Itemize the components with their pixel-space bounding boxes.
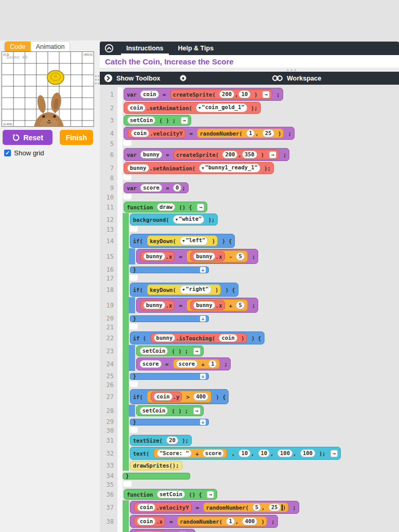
code-block-orange[interactable]: "Score: " + score bbox=[154, 448, 227, 458]
code-block-green[interactable]: function setCoin () { → bbox=[124, 489, 217, 500]
value-pill[interactable]: setCoin bbox=[140, 407, 168, 415]
value-pill[interactable]: setCoin bbox=[127, 116, 155, 124]
value-pill[interactable]: 25 bbox=[262, 129, 274, 137]
value-pill[interactable]: "Score: " bbox=[157, 449, 192, 457]
value-pill[interactable]: score bbox=[203, 449, 224, 457]
value-pill[interactable]: 0 bbox=[173, 184, 181, 192]
code-block-orange[interactable]: randomNumber( 1, 400 ) bbox=[177, 516, 267, 526]
show-toolbox-button[interactable]: Show Toolbox bbox=[104, 74, 160, 83]
code-block-orange[interactable]: bunny.x - 5 bbox=[187, 250, 248, 262]
value-pill[interactable]: score bbox=[140, 184, 162, 192]
code-block-purple[interactable]: coin.y = 10; bbox=[130, 529, 195, 532]
code-block-orange[interactable]: randomNumber( 5, 25) bbox=[203, 502, 288, 512]
code-block-red[interactable]: coin.velocityY bbox=[134, 502, 192, 512]
code-block-cyan[interactable]: textSize( 20 ); bbox=[130, 435, 192, 446]
value-pill[interactable]: 5 bbox=[236, 301, 244, 309]
expand-arrow-button[interactable]: → bbox=[269, 151, 276, 158]
code-block-purple[interactable]: bunny.x = bunny.x + 5 ; bbox=[136, 298, 258, 313]
expand-arrow-button[interactable]: → bbox=[330, 450, 338, 457]
code-block-red[interactable]: coin.setAnimation( ▼"coin_gold_1" ); bbox=[124, 102, 261, 114]
value-pill[interactable]: 1 bbox=[208, 360, 217, 368]
value-pill[interactable]: 10 bbox=[258, 449, 270, 457]
value-pill[interactable]: 5 bbox=[252, 503, 261, 511]
value-pill[interactable]: 400 bbox=[193, 393, 208, 401]
code-block-green[interactable]: setCoin ( ) ; → bbox=[136, 405, 204, 416]
value-pill[interactable]: 1 bbox=[246, 129, 255, 137]
expand-arrow-button[interactable]: → bbox=[193, 348, 201, 355]
value-pill[interactable]: bunny bbox=[143, 252, 165, 260]
block-close-bar[interactable]: }+ bbox=[130, 373, 209, 380]
value-pill[interactable]: setCoin bbox=[140, 347, 168, 355]
code-block-orange[interactable]: bunny.x + 5 bbox=[187, 299, 248, 311]
value-pill[interactable]: 1 bbox=[226, 517, 234, 525]
value-pill[interactable]: 350 bbox=[242, 151, 257, 158]
code-block-green[interactable]: setCoin ( ) ; → bbox=[136, 345, 204, 356]
value-pill[interactable]: 10 bbox=[238, 449, 250, 457]
code-block-purple[interactable]: var score = 0; bbox=[124, 182, 189, 193]
value-pill[interactable]: setCoin bbox=[157, 490, 185, 498]
dropdown-pill[interactable]: ▼"left" bbox=[180, 236, 208, 245]
value-pill[interactable]: 100 bbox=[277, 449, 292, 457]
code-block-orange[interactable]: score + 1 bbox=[173, 359, 220, 369]
code-block-red[interactable]: bunny.x bbox=[140, 300, 175, 310]
workspace-link[interactable]: Workspace bbox=[272, 75, 321, 82]
settings-gear-icon[interactable] bbox=[179, 74, 188, 83]
code-block-blue[interactable]: if( coin.y > 400 ) { bbox=[130, 389, 229, 404]
value-pill[interactable]: coin bbox=[140, 90, 158, 98]
dropdown-pill[interactable]: ▼"right" bbox=[180, 285, 211, 294]
value-pill[interactable]: coin bbox=[127, 104, 145, 112]
expand-arrow-button[interactable]: → bbox=[197, 204, 204, 211]
value-pill[interactable]: bunny bbox=[140, 151, 162, 158]
block-close-bar[interactable]: }+ bbox=[130, 267, 209, 273]
value-pill[interactable]: coin bbox=[219, 334, 237, 342]
value-pill[interactable]: 100 bbox=[300, 449, 315, 457]
value-pill[interactable]: bunny bbox=[127, 164, 149, 172]
code-block-purple[interactable]: coin.velocityY = randomNumber( 1, 25 ) ; bbox=[124, 127, 295, 140]
tab-animation[interactable]: Animation bbox=[31, 42, 70, 52]
value-pill[interactable]: bunny bbox=[193, 252, 215, 260]
tab-code[interactable]: Code bbox=[5, 42, 31, 52]
value-pill[interactable]: coin bbox=[137, 517, 155, 525]
code-block-red[interactable]: coin.velocityY bbox=[128, 128, 185, 138]
value-pill[interactable]: bunny bbox=[193, 301, 215, 309]
block-close-bar[interactable]: }+ bbox=[130, 315, 209, 322]
code-block-blue[interactable]: if( keyDown( ▼"left" ) ) { bbox=[130, 234, 235, 248]
value-pill[interactable]: coin bbox=[154, 393, 172, 401]
code-block-lyellow[interactable]: drawSprites(); bbox=[130, 461, 182, 470]
code-block-red[interactable]: createSprite( 200,350 ) → bbox=[174, 150, 279, 159]
resize-grip[interactable] bbox=[100, 68, 399, 72]
code-block-blue[interactable]: if( keyDown( ▼"right" ) ) { bbox=[130, 283, 238, 297]
code-block-cyan[interactable]: text( "Score: " + score , 10, 10, 100, 1… bbox=[130, 447, 341, 460]
collapse-instructions-icon[interactable] bbox=[104, 44, 114, 53]
value-pill[interactable]: 10 bbox=[238, 90, 250, 98]
code-block-cyan[interactable]: background( ▼"white" ); bbox=[130, 214, 218, 225]
show-grid-checkbox[interactable]: ✓ bbox=[4, 150, 11, 156]
value-pill[interactable]: bunny bbox=[154, 334, 176, 342]
code-block-yellow[interactable]: keyDown( ▼"right" ) bbox=[147, 284, 221, 295]
value-pill[interactable]: 5 bbox=[236, 252, 244, 260]
code-block-purple[interactable]: coin.velocityY = randomNumber( 5, 25) ; bbox=[130, 501, 299, 514]
dropdown-pill[interactable]: ▼"coin_gold_1" bbox=[196, 103, 247, 112]
value-pill[interactable]: bunny bbox=[143, 301, 165, 309]
value-pill[interactable]: draw bbox=[157, 203, 175, 211]
code-block-red[interactable]: bunny.setAnimation( ▼"bunny1_ready_1" ); bbox=[124, 162, 274, 174]
code-block-yellow[interactable]: keyDown( ▼"left" ) bbox=[147, 235, 218, 246]
code-block-purple[interactable]: var coin = createSprite( 200,10 ) → ; bbox=[124, 88, 283, 101]
code-workspace[interactable]: 1var coin = createSprite( 200,10 ) → ;2c… bbox=[100, 85, 399, 532]
expand-arrow-button[interactable]: → bbox=[207, 491, 214, 498]
add-block-button[interactable]: + bbox=[200, 316, 206, 322]
value-pill[interactable]: coin bbox=[131, 129, 149, 137]
tab-instructions[interactable]: Instructions bbox=[119, 42, 171, 55]
code-block-red[interactable]: bunny.x bbox=[190, 251, 224, 261]
code-block-red[interactable]: createSprite( 200,10 ) → bbox=[170, 89, 272, 99]
value-pill[interactable]: score bbox=[140, 360, 162, 368]
code-block-orange[interactable]: coin.y > 400 bbox=[147, 391, 211, 403]
code-block-red[interactable]: bunny.x bbox=[140, 251, 175, 261]
expand-arrow-button[interactable]: → bbox=[181, 117, 188, 124]
reset-button[interactable]: Reset bbox=[3, 130, 52, 145]
dropdown-pill[interactable]: ▼"bunny1_ready_1" bbox=[199, 164, 260, 172]
dropdown-pill[interactable]: ▼"white" bbox=[173, 215, 204, 224]
add-block-button[interactable]: + bbox=[200, 267, 206, 273]
expand-arrow-button[interactable]: → bbox=[193, 407, 201, 415]
code-block-purple[interactable]: var bunny = createSprite( 200,350 ) → ; bbox=[124, 148, 289, 161]
